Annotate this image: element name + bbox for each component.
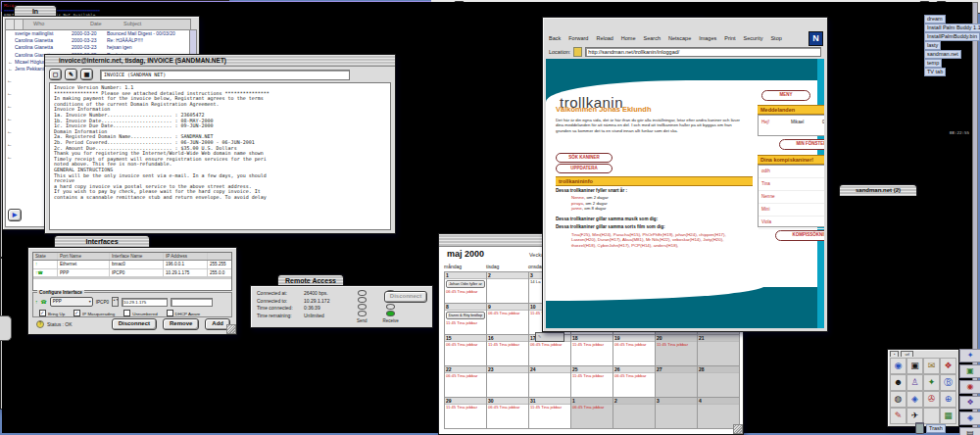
desktop-icon[interactable]: sandman.net <box>913 50 961 59</box>
invoice-window[interactable]: invoice@internic.net, tisdag, INVOICE (S… <box>44 54 396 234</box>
interfaces-window[interactable]: State Port Name Interface Name IP Addres… <box>27 247 237 335</box>
launcher-app-icon[interactable]: ◉ <box>890 358 906 374</box>
desktop-icon[interactable]: TV tab <box>913 68 946 76</box>
calendar-cell[interactable]: 15 06:45 Tina jobbar <box>445 335 487 366</box>
sok-kaniner-button[interactable]: SÖK KANINER <box>556 153 612 163</box>
interface-row[interactable]: ↑☎ PPP IPCP0 10.29.1.175 255.0.0 <box>33 269 231 277</box>
launcher-app-icon[interactable]: Ⓑ <box>940 374 956 391</box>
calendar-cell[interactable]: 24 <box>529 366 571 398</box>
launcher-app-icon[interactable]: ◍ <box>890 391 906 408</box>
checkbox[interactable]: IP Masquerading <box>74 310 115 316</box>
trash[interactable]: Trash <box>915 422 946 434</box>
meny-button[interactable]: MENY <box>761 90 810 101</box>
invoice-subject-field[interactable]: INVOICE (SANDMAN NET) <box>100 70 350 80</box>
calendar-cell[interactable]: 27 <box>656 366 698 398</box>
calendar-cell[interactable]: 19 06:45 Tina jobbar <box>613 335 656 366</box>
help-icon[interactable]: ? <box>36 320 44 328</box>
checkbox[interactable]: Bring Up <box>39 310 65 316</box>
uppdatera-button[interactable]: UPPDATERA <box>556 164 612 173</box>
calendar-event[interactable]: 06:45 Tina jobbar <box>613 342 655 348</box>
friend-row[interactable]: Tina ✎ <box>759 178 824 191</box>
friend-name-link[interactable]: odih <box>761 166 770 177</box>
friend-row[interactable]: Mini ✎ <box>759 204 824 217</box>
calendar-event[interactable]: 06:45 Tina jobbar <box>613 373 655 379</box>
strip-app-icon[interactable]: ❖ <box>959 396 980 410</box>
calendar-event[interactable]: 11:45 Tina jobbar <box>445 405 486 411</box>
calendar-event-button[interactable]: Johan Odin fyller år <box>446 280 485 288</box>
calendar-cell[interactable]: 16 11:45 Tina jobbar <box>487 335 529 366</box>
toolbar-button[interactable]: Back <box>549 35 561 41</box>
edit-pen-icon[interactable]: ✎ <box>65 69 77 80</box>
invoice-title-bar[interactable]: invoice@internic.net, tisdag, INVOICE (S… <box>45 55 395 67</box>
strip-app-icon[interactable]: ▣ <box>959 364 980 378</box>
checkbox[interactable]: Unnumbered <box>123 310 157 316</box>
calendar-cell[interactable]: 23 <box>487 366 529 398</box>
strip-app-icon[interactable]: ◈ <box>959 411 980 425</box>
calendar-event-button[interactable]: Danni & Rity bröllop <box>446 312 485 319</box>
strip-app-icon[interactable]: ◉ <box>959 380 980 394</box>
calendar-event[interactable]: 06:45 Tina jobbar <box>487 311 528 316</box>
calendar-event[interactable]: 11:45 Tina jobbar <box>656 342 697 348</box>
action-button[interactable]: Disconnect <box>112 318 157 330</box>
message-window-button[interactable]: MIN FÖNSTER <box>779 139 824 150</box>
browser-viewport[interactable]: trollkanin MENY Välkommen Jonas Eklundh … <box>546 59 824 328</box>
netscape-window[interactable]: BackForwardReloadHomeSearchNetscapeImage… <box>542 17 828 332</box>
ip-address-field[interactable]: 10.29.1.175 <box>122 298 168 307</box>
resize-grip[interactable] <box>733 424 743 434</box>
launcher-tab[interactable]: • <box>890 351 899 357</box>
launcher-app-icon[interactable]: ✇ <box>923 391 940 408</box>
toolbar-button[interactable]: Search <box>644 35 661 41</box>
friend-name-link[interactable]: Nenne <box>761 191 775 203</box>
friend-search-button[interactable]: KOMPISSÖKNING <box>775 230 824 241</box>
launcher-app-icon[interactable]: ⊕ <box>940 391 956 408</box>
calendar-event[interactable]: 06:45 Tina jobbar <box>445 373 486 379</box>
new-message-icon[interactable]: ▢ <box>49 69 62 80</box>
calendar-cell[interactable]: 31 11:45 Tina jobbar <box>529 398 571 429</box>
launcher-app-icon[interactable]: ❖ <box>940 358 956 374</box>
friend-row[interactable]: odih ✎ <box>759 166 824 178</box>
message-row[interactable]: Hej! Mikael 09/05 <box>759 116 824 126</box>
action-button[interactable]: Remove <box>163 318 199 330</box>
calendar-event[interactable]: 06:45 Tina jobbar <box>445 289 486 295</box>
background-window-fragment[interactable]: ✎ <box>535 332 564 342</box>
calendar-cell[interactable]: 28 <box>698 366 740 398</box>
calendar-cell[interactable]: 9 06:45 Tina jobbar <box>487 304 529 335</box>
calendar-event[interactable]: 06:45 Tina jobbar <box>445 342 486 348</box>
disconnect-button-disabled[interactable]: Disconnect <box>384 291 427 303</box>
interface-row[interactable] <box>33 278 231 279</box>
toolbar-button[interactable]: Netscape <box>668 35 691 41</box>
calendar-event[interactable]: 06:45 Tina jobbar <box>487 405 528 411</box>
bookmark-icon[interactable] <box>573 47 582 57</box>
stepper-control[interactable]: ▲▼ <box>112 297 119 307</box>
launcher-app-icon[interactable]: ♙ <box>906 374 923 391</box>
grid-icon[interactable]: ▦ <box>80 69 93 80</box>
calendar-cell[interactable]: 8 Danni & Rity bröllop 11:45 Tina jobbar <box>445 304 487 335</box>
mail-row[interactable]: Carolina Gianetta 2000-03-23 hejsan igen <box>6 44 190 51</box>
toolbar-button[interactable]: Reload <box>596 35 612 41</box>
mail-col-who[interactable]: Who <box>24 20 90 29</box>
netscape-logo-icon[interactable]: N <box>808 31 823 46</box>
calendar-event[interactable]: 11:45 Tina jobbar <box>571 373 612 379</box>
desktop-icon[interactable]: InstallPalmBuddy.bin <box>913 32 980 41</box>
launcher-app-icon[interactable]: ◈ <box>906 391 923 408</box>
desktop-icon[interactable]: temp <box>913 59 942 68</box>
desktop-icon[interactable]: lasty <box>913 41 941 50</box>
toolbar-button[interactable]: Security <box>744 35 763 41</box>
icq-window-tab[interactable]: sandman.net (2) <box>839 184 917 196</box>
mail-col-date[interactable]: Date <box>90 20 123 29</box>
message-subject-link[interactable]: Hej! <box>761 120 791 124</box>
toolbar-button[interactable]: Images <box>699 35 716 41</box>
interface-type-dropdown[interactable]: PPP <box>50 297 93 307</box>
friend-row[interactable]: Nenne ✎ <box>759 191 824 204</box>
launcher-app-icon[interactable]: ✉ <box>923 358 940 374</box>
mail-flag-button[interactable] <box>15 20 24 29</box>
calendar-cell[interactable]: 2 <box>613 398 656 429</box>
url-field[interactable]: http://sandman.net/trollkanin/inloggad/ <box>585 47 821 57</box>
desktop-drawer-tab[interactable] <box>0 315 12 341</box>
calendar-event[interactable]: 11:45 Tina jobbar <box>571 342 612 348</box>
calendar-cell[interactable]: 30 06:45 Tina jobbar <box>487 398 529 429</box>
mail-col-subject[interactable]: Subject <box>123 20 190 29</box>
calendar-cell[interactable]: 1 06:45 Tina jobbar <box>571 398 613 429</box>
invoice-body[interactable]: Invoice Version Number: 1.1*************… <box>49 82 391 230</box>
launcher-tab[interactable]: url <box>901 351 912 357</box>
